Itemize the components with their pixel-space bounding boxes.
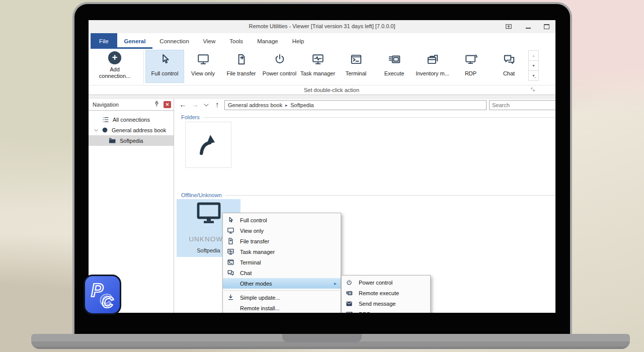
menu-item-full-control[interactable]: Full control <box>223 215 341 225</box>
menu-item-label: Remote install... <box>240 305 280 311</box>
terminal-icon <box>227 258 240 266</box>
monitor-icon <box>197 53 210 70</box>
ribbon-button-label: Terminal <box>346 70 367 76</box>
menu-item-file-transfer[interactable]: File transfer <box>223 236 341 246</box>
dialog-launcher-icon[interactable] <box>530 87 536 94</box>
tree-item-all-connections[interactable]: All connections <box>89 114 174 125</box>
tab-manage[interactable]: Manage <box>250 33 285 49</box>
chat-button[interactable]: Chat <box>490 50 528 82</box>
ribbon-toolbar: + Add connection... Full control View on… <box>89 49 555 85</box>
menu-item-label: Simple update... <box>240 295 280 301</box>
tree-item-label: General address book <box>112 127 166 133</box>
close-panel-icon[interactable]: ✕ <box>164 101 171 108</box>
tab-general[interactable]: General <box>117 33 153 49</box>
tab-file[interactable]: File <box>91 33 117 49</box>
pin-panel-icon[interactable] <box>153 101 160 108</box>
menu-item-label: Other modes <box>240 281 272 287</box>
breadcrumb-current[interactable]: Softpedia <box>290 102 313 108</box>
menu-item-other-modes[interactable]: Other modes ▸ <box>223 278 341 289</box>
back-arrow-icon[interactable]: ← <box>179 100 187 109</box>
menu-item-remote-install[interactable]: Remote install... <box>223 303 341 313</box>
view-only-button[interactable]: View only <box>184 50 222 82</box>
up-level-icon[interactable]: ↑ <box>215 100 219 109</box>
context-menu: Full control View only File transfer Tas… <box>222 213 341 313</box>
chat-icon <box>227 269 240 277</box>
full-control-button[interactable]: Full control <box>146 50 184 82</box>
monitor-rdp-icon <box>464 53 477 70</box>
menu-item-terminal[interactable]: Terminal <box>223 257 341 268</box>
menu-item-chat[interactable]: Chat <box>223 268 341 278</box>
execute-button[interactable]: Execute <box>375 50 413 82</box>
tab-connection[interactable]: Connection <box>152 33 196 49</box>
history-chevron-icon[interactable] <box>203 101 209 110</box>
menu-item-label: Power control <box>359 280 392 286</box>
ribbon-buttons: Full control View only File transfer Pow… <box>146 50 528 82</box>
ribbon-content-divider <box>89 95 555 99</box>
other-modes-submenu: Power control Remote execute Send messag… <box>341 275 431 313</box>
power-control-button[interactable]: Power control <box>261 50 298 82</box>
scroll-more-button[interactable]: ▼̲ <box>528 70 539 81</box>
file-transfer-button[interactable]: File transfer <box>222 50 260 82</box>
scroll-up-button[interactable]: ▲ <box>528 50 539 61</box>
minimize-button[interactable] <box>526 28 531 29</box>
tab-view[interactable]: View <box>196 33 223 49</box>
task-manager-button[interactable]: Task manager <box>299 50 337 82</box>
group-divider-line <box>203 117 555 118</box>
menu-separator <box>224 290 340 291</box>
file-arrow-icon <box>227 237 240 245</box>
menu-item-label: Send message <box>359 301 395 307</box>
ribbon-button-label: Execute <box>384 70 405 76</box>
submenu-item-remote-execute[interactable]: Remote execute <box>342 288 430 298</box>
add-connection-label-2: connection... <box>93 73 137 79</box>
tree-item-label: Softpedia <box>120 138 143 144</box>
cursor-icon <box>158 53 172 70</box>
ribbon-separator <box>143 50 144 83</box>
address-bar[interactable]: General address book ▸ Softpedia <box>224 100 487 110</box>
app-window: Remote Utilities - Viewer [Trial version… <box>89 20 555 313</box>
set-double-click-action-label[interactable]: Set double-click action <box>146 87 517 93</box>
cursor-icon <box>227 216 240 224</box>
menu-item-label: View only <box>240 228 264 234</box>
menu-item-task-manager[interactable]: Task manager <box>223 246 341 257</box>
chat-icon <box>503 53 516 70</box>
menu-item-label: RDP <box>359 311 370 313</box>
search-input[interactable] <box>489 100 555 110</box>
popout-window-icon[interactable] <box>505 22 513 31</box>
tree-item-softpedia[interactable]: Softpedia <box>89 135 174 146</box>
menu-item-view-only[interactable]: View only <box>223 225 341 236</box>
chevron-down-icon[interactable] <box>94 128 99 133</box>
navigation-tree: All connections General address book So <box>89 111 174 146</box>
group-divider-line <box>225 195 555 196</box>
monitor-icon <box>227 227 240 234</box>
submenu-arrow-icon: ▸ <box>334 281 337 286</box>
menu-item-label: Task manager <box>240 249 275 255</box>
breadcrumb-root[interactable]: General address book <box>228 102 282 108</box>
tab-tools[interactable]: Tools <box>222 33 250 49</box>
ribbon-button-label: Full control <box>151 70 179 76</box>
submenu-item-power-control[interactable]: Power control <box>342 277 430 288</box>
file-arrow-icon <box>235 53 248 70</box>
ribbon-button-label: Power control <box>263 70 296 76</box>
submenu-item-send-message[interactable]: Send message <box>342 298 430 309</box>
terminal-button[interactable]: Terminal <box>337 50 375 82</box>
rdp-button[interactable]: RDP <box>452 50 490 82</box>
briefcase-icon <box>426 53 439 70</box>
parent-folder-tile[interactable] <box>185 122 231 168</box>
menu-item-simple-update[interactable]: Simple update... <box>223 292 341 303</box>
maximize-button[interactable] <box>544 24 549 29</box>
power-icon <box>273 53 286 70</box>
inventory-manager-button[interactable]: Inventory m... <box>414 50 451 82</box>
breadcrumb-separator-icon: ▸ <box>285 103 287 108</box>
forward-arrow-icon[interactable]: → <box>191 100 199 109</box>
menu-item-label: File transfer <box>240 238 269 244</box>
window-title: Remote Utilities - Viewer [Trial version… <box>89 23 555 29</box>
submenu-item-rdp[interactable]: RDP <box>342 309 430 313</box>
execute-icon <box>388 53 401 70</box>
tree-item-general-address-book[interactable]: General address book <box>89 125 174 135</box>
terminal-icon <box>350 53 363 70</box>
ribbon-scroll-buttons: ▲ ▼ ▼̲ <box>528 50 539 80</box>
scroll-down-button[interactable]: ▼ <box>528 60 539 71</box>
envelope-icon <box>346 300 359 307</box>
add-connection-button[interactable]: + Add connection... <box>93 50 137 79</box>
tab-help[interactable]: Help <box>285 33 311 49</box>
